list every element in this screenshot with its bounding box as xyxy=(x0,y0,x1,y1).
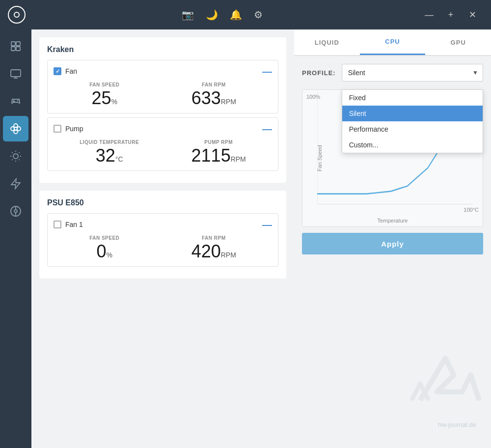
tab-gpu[interactable]: GPU xyxy=(425,29,491,55)
svg-line-12 xyxy=(19,159,19,160)
psu-fan-speed-value: 0% xyxy=(89,243,119,260)
psu-title: PSU E850 xyxy=(47,198,278,207)
title-bar-center: 📷 🌙 🔔 ⚙ xyxy=(182,9,263,21)
kraken-fan-rpm-block: FAN RPM 633RPM xyxy=(191,82,236,107)
svg-line-15 xyxy=(12,159,12,160)
kraken-pump-collapse-button[interactable]: — xyxy=(262,124,272,134)
kraken-fan-label: Fan xyxy=(65,67,77,75)
sidebar-item-lighting[interactable] xyxy=(3,143,28,169)
sidebar xyxy=(0,29,31,448)
svg-rect-0 xyxy=(11,42,15,46)
svg-rect-1 xyxy=(16,42,20,46)
bell-icon[interactable]: 🔔 xyxy=(230,9,242,21)
minimize-button[interactable]: — xyxy=(418,4,440,26)
psu-fan-speed-unit: % xyxy=(107,251,112,259)
psu-fan1-section: Fan 1 — FAN SPEED 0% xyxy=(47,213,278,267)
svg-marker-17 xyxy=(11,179,20,189)
kraken-fan-speed-block: FAN SPEED 25% xyxy=(89,82,119,107)
kraken-pump-rpm-block: PUMP RPM 2115RPM xyxy=(191,140,246,165)
psu-fan-rpm-value: 420RPM xyxy=(191,243,236,260)
kraken-fan-section: ✓ Fan — FAN SPEED 25% xyxy=(47,60,278,113)
kraken-liquid-temp-number: 32 xyxy=(96,145,115,166)
kraken-fan-speed-label: FAN SPEED xyxy=(89,82,119,87)
kraken-pump-section: Pump — LIQUID TEMPERATURE 32°C xyxy=(47,117,278,171)
sidebar-item-power[interactable] xyxy=(3,171,28,196)
sidebar-item-monitor[interactable] xyxy=(3,61,28,86)
psu-fan-rpm-label: FAN RPM xyxy=(191,235,236,241)
chart-area: PROFILE: Silent ▼ Fixed Silent Performan… xyxy=(294,56,491,448)
chart-x-axis-title: Temperature xyxy=(378,218,408,224)
maximize-button[interactable]: + xyxy=(440,4,462,26)
kraken-title: Kraken xyxy=(47,45,278,54)
kraken-fan-stats: FAN SPEED 25% FAN RPM 633RPM xyxy=(54,82,272,107)
psu-fan1-checkbox[interactable] xyxy=(54,221,61,228)
profile-option-silent[interactable]: Silent xyxy=(342,106,483,121)
profile-option-custom[interactable]: Custom... xyxy=(342,137,483,153)
kraken-pump-rpm-number: 2115 xyxy=(191,145,231,166)
psu-fan-rpm-block: FAN RPM 420RPM xyxy=(191,235,236,260)
profile-label: PROFILE: xyxy=(302,69,336,77)
kraken-pump-rpm-label: PUMP RPM xyxy=(191,140,246,145)
app-logo-inner xyxy=(14,12,20,18)
kraken-liquid-temp-label: LIQUID TEMPERATURE xyxy=(80,140,139,145)
gear-icon[interactable]: ⚙ xyxy=(254,9,263,21)
kraken-pump-header-left: Pump xyxy=(54,125,83,133)
close-button[interactable]: ✕ xyxy=(462,4,483,26)
kraken-fan-rpm-value: 633RPM xyxy=(191,89,236,107)
kraken-pump-label: Pump xyxy=(65,125,83,133)
kraken-liquid-temp-unit: °C xyxy=(115,155,123,163)
apply-button[interactable]: Apply xyxy=(302,233,483,254)
tab-cpu[interactable]: CPU xyxy=(360,29,426,55)
svg-rect-2 xyxy=(11,47,15,51)
psu-fan1-label: Fan 1 xyxy=(65,221,83,228)
kraken-pump-header: Pump — xyxy=(54,124,272,134)
tab-liquid[interactable]: LIQUID xyxy=(294,29,360,55)
kraken-fan-rpm-unit: RPM xyxy=(221,98,236,106)
svg-line-16 xyxy=(19,152,19,153)
app-window: 📷 🌙 🔔 ⚙ — + ✕ xyxy=(0,0,491,448)
psu-fan1-stats: FAN SPEED 0% FAN RPM 420RPM xyxy=(54,235,272,260)
kraken-fan-collapse-button[interactable]: — xyxy=(262,66,272,76)
psu-fan-rpm-number: 420 xyxy=(191,241,221,261)
watermark-logo xyxy=(393,350,481,409)
app-logo xyxy=(8,6,26,24)
profile-dropdown: Fixed Silent Performance Custom... xyxy=(342,89,483,153)
watermark: hw-journal.de xyxy=(438,421,476,428)
kraken-fan-checkbox[interactable]: ✓ xyxy=(54,67,61,75)
sidebar-item-dashboard[interactable] xyxy=(3,33,28,59)
svg-point-19 xyxy=(14,210,17,213)
content-area: Kraken ✓ Fan — xyxy=(31,29,491,448)
svg-line-11 xyxy=(12,152,12,153)
title-bar-left xyxy=(8,6,26,24)
moon-icon[interactable]: 🌙 xyxy=(206,9,218,21)
right-panel: LIQUID CPU GPU PROFILE: Silent ▼ xyxy=(294,29,491,448)
left-panel: Kraken ✓ Fan — xyxy=(31,29,294,448)
psu-card: PSU E850 Fan 1 — FAN SPEED xyxy=(39,191,286,279)
profile-select[interactable]: Silent xyxy=(342,64,483,82)
profile-option-fixed[interactable]: Fixed xyxy=(342,90,483,106)
sidebar-item-fan[interactable] xyxy=(3,116,28,141)
kraken-fan-speed-number: 25 xyxy=(91,88,111,108)
camera-icon[interactable]: 📷 xyxy=(182,9,194,21)
profile-select-wrapper: Silent ▼ Fixed Silent Performance Custom… xyxy=(342,64,483,82)
title-bar: 📷 🌙 🔔 ⚙ — + ✕ xyxy=(0,0,491,29)
checkbox-check-icon: ✓ xyxy=(55,68,60,75)
kraken-fan-speed-value: 25% xyxy=(89,89,119,107)
sidebar-item-gamepad[interactable] xyxy=(3,88,28,114)
kraken-fan-rpm-label: FAN RPM xyxy=(191,82,236,87)
kraken-pump-checkbox[interactable] xyxy=(54,125,61,133)
svg-point-8 xyxy=(13,154,18,159)
svg-rect-3 xyxy=(16,47,20,51)
sidebar-item-storage[interactable] xyxy=(3,198,28,224)
kraken-fan-header: ✓ Fan — xyxy=(54,66,272,76)
psu-fan-speed-number: 0 xyxy=(96,241,106,261)
main-layout: Kraken ✓ Fan — xyxy=(0,29,491,448)
tabs-bar: LIQUID CPU GPU xyxy=(294,29,491,56)
psu-fan1-header: Fan 1 — xyxy=(54,220,272,229)
psu-fan-rpm-unit: RPM xyxy=(221,251,236,259)
kraken-liquid-temp-value: 32°C xyxy=(80,147,139,165)
psu-fan1-collapse-button[interactable]: — xyxy=(262,220,272,229)
profile-row: PROFILE: Silent ▼ Fixed Silent Performan… xyxy=(302,64,483,82)
profile-option-performance[interactable]: Performance xyxy=(342,121,483,137)
kraken-liquid-temp-block: LIQUID TEMPERATURE 32°C xyxy=(80,140,139,165)
